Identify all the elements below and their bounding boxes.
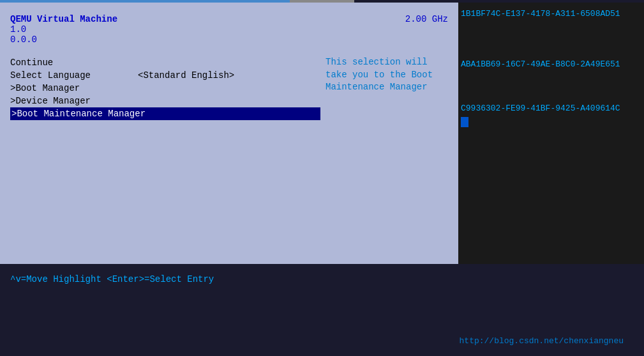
menu-list: Continue Select Language <Standard Engli… [10, 56, 320, 264]
description-panel: This selection will take you to the Boot… [320, 56, 448, 264]
menu-item-device-manager-label: Device Manager [15, 96, 91, 106]
menu-item-continue[interactable]: Continue [10, 56, 320, 69]
qemu-build: 0.0.0 [10, 35, 117, 45]
guid-1: 1B1BF74C-E137-4178-A311-6508AD51 [461, 8, 641, 20]
guid-spacer-1 [461, 20, 641, 58]
footer-hint: ^v=Move Highlight <Enter>=Select Entry [10, 274, 634, 284]
qemu-title: QEMU Virtual Machine [10, 14, 117, 24]
guid-spacer-2 [461, 70, 641, 102]
menu-item-boot-manager-label: Boot Manager [15, 83, 80, 93]
menu-item-continue-label: Continue [10, 58, 53, 68]
screen-area: QEMU Virtual Machine 1.0 0.0.0 2.00 GHz … [0, 3, 644, 264]
url-text: http://blog.csdn.net/chenxiangneu [460, 336, 624, 346]
menu-item-boot-maintenance-manager-label: Boot Maintenance Manager [17, 109, 146, 119]
menu-item-boot-manager[interactable]: Boot Manager [10, 82, 320, 95]
guid-3: C9936302-FE99-41BF-9425-A409614C [461, 102, 641, 114]
menu-section: Continue Select Language <Standard Engli… [0, 56, 458, 264]
blue-rect [461, 117, 468, 127]
menu-item-select-language-value: <Standard English> [138, 70, 234, 81]
menu-item-select-language[interactable]: Select Language <Standard English> [10, 69, 320, 82]
guid-2: ABA1BB69-16C7-49AE-B8C0-2A49E651 [461, 58, 641, 70]
bottom-area: ^v=Move Highlight <Enter>=Select Entry h… [0, 264, 644, 356]
description-text: This selection will take you to the Boot… [326, 57, 433, 92]
cpu-speed: 2.00 GHz [405, 14, 448, 45]
main-panel: QEMU Virtual Machine 1.0 0.0.0 2.00 GHz … [0, 3, 458, 264]
header-section: QEMU Virtual Machine 1.0 0.0.0 2.00 GHz [0, 9, 458, 50]
menu-item-boot-maintenance-manager[interactable]: Boot Maintenance Manager [10, 107, 320, 120]
url-area: http://blog.csdn.net/chenxiangneu [10, 336, 634, 346]
right-panel: 1B1BF74C-E137-4178-A311-6508AD51 ABA1BB6… [458, 3, 644, 264]
qemu-info: QEMU Virtual Machine 1.0 0.0.0 [10, 14, 117, 45]
menu-item-select-language-label: Select Language [10, 70, 138, 81]
menu-item-device-manager[interactable]: Device Manager [10, 95, 320, 107]
qemu-version: 1.0 [10, 24, 117, 35]
